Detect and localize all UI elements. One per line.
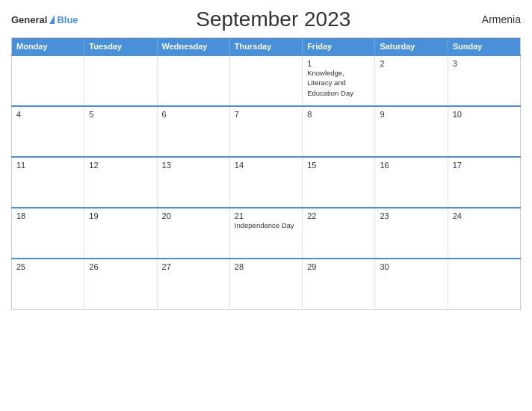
table-row: 5	[84, 106, 157, 157]
day-number: 25	[16, 262, 79, 271]
table-row: 2	[375, 55, 448, 106]
table-row	[448, 259, 520, 309]
day-number: 7	[235, 110, 297, 119]
table-row: 7	[229, 106, 302, 157]
table-row: 28	[229, 259, 302, 309]
table-row: 18	[12, 208, 84, 259]
day-number: 3	[453, 59, 516, 68]
table-row: 1Knowledge, Literacy and Education Day	[303, 55, 375, 106]
table-row	[12, 55, 84, 106]
day-number: 1	[307, 59, 370, 68]
calendar-week-row: 1Knowledge, Literacy and Education Day23	[12, 55, 521, 106]
day-number: 20	[162, 211, 225, 220]
day-number: 12	[89, 161, 152, 170]
table-row: 20	[157, 208, 229, 259]
table-row: 19	[84, 208, 157, 259]
day-number: 6	[162, 110, 225, 119]
table-row	[157, 55, 229, 106]
table-row	[84, 55, 157, 106]
table-row: 3	[448, 55, 520, 106]
day-number: 30	[380, 262, 442, 271]
calendar-week-row: 45678910	[12, 106, 521, 157]
header-friday: Friday	[303, 38, 375, 56]
table-row: 8	[303, 106, 375, 157]
table-row: 10	[448, 106, 520, 157]
table-row: 24	[448, 208, 520, 259]
table-row: 15	[303, 157, 375, 208]
calendar-week-row: 11121314151617	[12, 157, 521, 208]
header-sunday: Sunday	[448, 38, 520, 56]
day-number: 18	[16, 211, 79, 220]
table-row: 4	[12, 106, 84, 157]
day-number: 27	[162, 262, 225, 271]
table-row: 30	[375, 259, 448, 309]
logo: General Blue	[11, 14, 78, 25]
table-row: 12	[84, 157, 157, 208]
table-row: 22	[303, 208, 375, 259]
table-row: 29	[303, 259, 375, 309]
header-tuesday: Tuesday	[84, 38, 157, 56]
table-row: 27	[157, 259, 229, 309]
table-row: 11	[12, 157, 84, 208]
weekday-header-row: Monday Tuesday Wednesday Thursday Friday…	[12, 38, 521, 56]
table-row: 9	[375, 106, 448, 157]
header-wednesday: Wednesday	[157, 38, 229, 56]
day-number: 21	[235, 211, 297, 220]
calendar-table: Monday Tuesday Wednesday Thursday Friday…	[11, 37, 521, 310]
calendar-week-row: 252627282930	[12, 259, 521, 309]
table-row: 6	[157, 106, 229, 157]
day-number: 16	[380, 161, 442, 170]
day-number: 15	[307, 161, 370, 170]
day-number: 9	[380, 110, 442, 119]
table-row: 26	[84, 259, 157, 309]
day-number: 5	[89, 110, 152, 119]
calendar-week-row: 18192021Independence Day222324	[12, 208, 521, 259]
day-number: 17	[453, 161, 516, 170]
logo-blue-text: Blue	[57, 14, 78, 25]
day-number: 22	[307, 211, 370, 220]
day-number: 23	[380, 211, 442, 220]
day-number: 28	[235, 262, 297, 271]
day-number: 2	[380, 59, 442, 68]
event-label: Independence Day	[235, 221, 294, 229]
table-row: 16	[375, 157, 448, 208]
logo-general-text: General	[11, 14, 47, 25]
day-number: 11	[16, 161, 79, 170]
day-number: 29	[307, 262, 370, 271]
table-row: 23	[375, 208, 448, 259]
header-thursday: Thursday	[229, 38, 302, 56]
table-row: 21Independence Day	[229, 208, 302, 259]
calendar-title: September 2023	[78, 7, 468, 31]
day-number: 26	[89, 262, 152, 271]
table-row	[229, 55, 302, 106]
day-number: 13	[162, 161, 225, 170]
day-number: 8	[307, 110, 370, 119]
country-label: Armenia	[468, 13, 521, 25]
header-monday: Monday	[12, 38, 84, 56]
event-label: Knowledge, Literacy and Education Day	[307, 69, 353, 97]
table-row: 14	[229, 157, 302, 208]
day-number: 14	[235, 161, 297, 170]
table-row: 25	[12, 259, 84, 309]
header: General Blue September 2023 Armenia	[11, 7, 521, 31]
day-number: 4	[16, 110, 79, 119]
header-saturday: Saturday	[375, 38, 448, 56]
calendar-page: General Blue September 2023 Armenia Mond…	[0, 0, 532, 411]
table-row: 17	[448, 157, 520, 208]
day-number: 10	[453, 110, 516, 119]
table-row: 13	[157, 157, 229, 208]
day-number: 19	[89, 211, 152, 220]
logo-triangle-icon	[49, 15, 55, 24]
day-number: 24	[453, 211, 516, 220]
